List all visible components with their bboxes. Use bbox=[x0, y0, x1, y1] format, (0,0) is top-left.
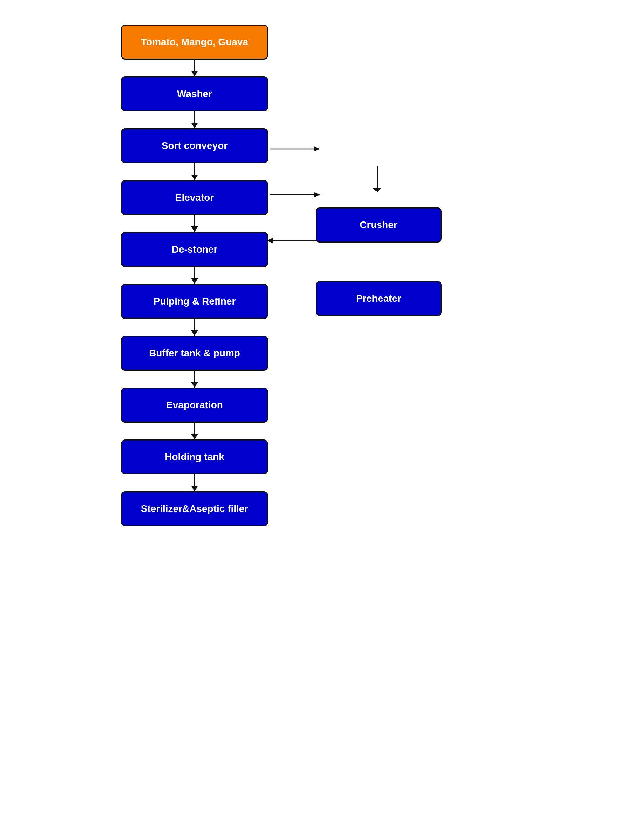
node-pulping: Pulping & Refiner bbox=[121, 284, 268, 319]
washer-label: Washer bbox=[177, 88, 212, 100]
tomato-label: Tomato, Mango, Guava bbox=[141, 37, 248, 48]
arrow-washer-sort bbox=[194, 111, 195, 128]
evaporation-label: Evaporation bbox=[166, 399, 223, 411]
node-washer: Washer bbox=[121, 76, 268, 111]
arrow-evaporation-holding bbox=[194, 422, 195, 439]
svg-marker-5 bbox=[314, 192, 320, 197]
node-sterilizer: Sterilizer&Aseptic filler bbox=[121, 491, 268, 526]
node-elevator: Elevator bbox=[121, 180, 268, 215]
arrow-destoner-pulping bbox=[194, 267, 195, 284]
pulping-label: Pulping & Refiner bbox=[154, 296, 236, 307]
node-destoner: De-stoner bbox=[121, 232, 268, 267]
destoner-label: De-stoner bbox=[172, 244, 218, 255]
preheater-label: Preheater bbox=[356, 293, 401, 304]
node-preheater: Preheater bbox=[315, 281, 442, 316]
svg-marker-3 bbox=[373, 188, 382, 192]
diagram-container: Tomato, Mango, Guava Washer Sort conveyo… bbox=[119, 25, 505, 526]
holding-label: Holding tank bbox=[165, 452, 224, 462]
left-flow: Tomato, Mango, Guava Washer Sort conveyo… bbox=[119, 25, 270, 526]
arrow-buffer-evaporation bbox=[194, 371, 195, 388]
arrow-holding-sterilizer bbox=[194, 475, 195, 491]
node-holding: Holding tank bbox=[121, 439, 268, 475]
node-tomato: Tomato, Mango, Guava bbox=[121, 25, 268, 60]
node-evaporation: Evaporation bbox=[121, 388, 268, 422]
crusher-label: Crusher bbox=[360, 219, 397, 231]
sort-conveyor-label: Sort conveyor bbox=[162, 140, 227, 151]
buffer-label: Buffer tank & pump bbox=[149, 348, 240, 359]
node-buffer: Buffer tank & pump bbox=[121, 336, 268, 371]
arrow-sort-elevator bbox=[194, 163, 195, 180]
arrow-tomato-washer bbox=[194, 60, 195, 76]
elevator-label: Elevator bbox=[175, 192, 214, 203]
node-crusher: Crusher bbox=[315, 208, 442, 242]
svg-marker-1 bbox=[314, 146, 320, 151]
arrow-pulping-buffer bbox=[194, 319, 195, 336]
arrow-elevator-destoner bbox=[194, 215, 195, 232]
sterilizer-label: Sterilizer&Aseptic filler bbox=[141, 503, 249, 515]
node-sort-conveyor: Sort conveyor bbox=[121, 128, 268, 163]
